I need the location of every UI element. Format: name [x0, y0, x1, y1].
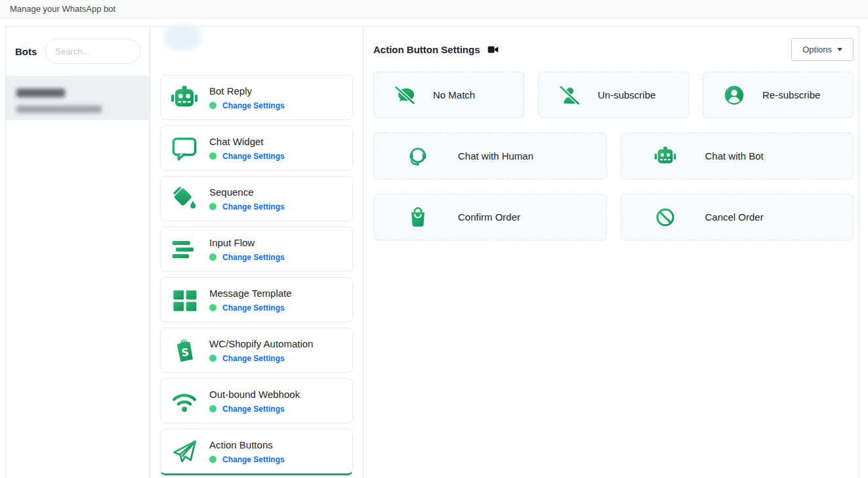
change-settings-link[interactable]: Change Settings [222, 455, 285, 464]
feature-title: Input Flow [209, 237, 285, 248]
feature-body: WC/Shopify Automation Change Settings [209, 338, 313, 363]
video-camera-icon[interactable] [487, 45, 499, 54]
feature-body: Message Template Change Settings [209, 288, 292, 313]
action-label: Un-subscribe [598, 89, 655, 100]
options-button-label: Options [802, 45, 832, 54]
bots-heading: Bots [15, 46, 37, 57]
action-card-un-subscribe[interactable]: Un-subscribe [538, 72, 689, 118]
grid-icon [171, 286, 198, 314]
chevron-down-icon [837, 48, 842, 51]
feature-card-action-buttons[interactable]: Action Buttons Change Settings [160, 429, 353, 475]
fill-drip-icon [171, 185, 198, 213]
feature-link-row: Change Settings [209, 202, 285, 211]
feature-title: WC/Shopify Automation [209, 338, 313, 349]
paper-plane-icon [171, 438, 198, 466]
wifi-icon [171, 387, 198, 415]
feature-card-bot-reply[interactable]: Bot Reply Change Settings [160, 75, 353, 120]
status-dot [209, 203, 217, 210]
status-dot [209, 405, 217, 412]
action-label: Confirm Order [458, 211, 520, 223]
panel-header: Action Button Settings Options [373, 38, 854, 61]
action-row-3: Confirm Order Cancel Order [373, 194, 854, 240]
change-settings-link[interactable]: Change Settings [222, 253, 285, 262]
action-label: Cancel Order [705, 211, 764, 223]
sidebar-header: Bots [6, 27, 150, 76]
status-dot [209, 456, 217, 463]
feature-column: Bot Reply Change Settings Chat Widget Ch… [150, 27, 363, 478]
main-container: Bots Bot Reply Change Settings [5, 26, 859, 478]
circle-user-icon [723, 84, 745, 106]
feature-card-shopify-automation[interactable]: S WC/Shopify Automation Change Settings [160, 328, 353, 373]
change-settings-link[interactable]: Change Settings [222, 101, 285, 110]
robot-icon [171, 84, 198, 112]
change-settings-link[interactable]: Change Settings [222, 354, 285, 363]
comment-slash-icon [394, 84, 416, 106]
action-card-chat-with-human[interactable]: Chat with Human [373, 133, 607, 179]
feature-link-row: Change Settings [209, 455, 285, 464]
change-settings-link[interactable]: Change Settings [222, 404, 285, 414]
bot-list-item-selected[interactable] [6, 76, 150, 120]
change-settings-link[interactable]: Change Settings [222, 303, 285, 313]
feature-title: Sequence [209, 186, 285, 198]
feature-link-row: Change Settings [209, 152, 285, 161]
options-button[interactable]: Options [791, 38, 854, 61]
action-card-cancel-order[interactable]: Cancel Order [621, 194, 854, 240]
feature-card-chat-widget[interactable]: Chat Widget Change Settings [160, 125, 353, 171]
action-card-confirm-order[interactable]: Confirm Order [373, 194, 607, 240]
feature-card-outbound-webhook[interactable]: Out-bound Webhook Change Settings [160, 378, 353, 424]
feature-body: Action Buttons Change Settings [209, 439, 285, 464]
bot-phone-redacted [16, 106, 102, 113]
action-label: Re-subscribe [762, 89, 820, 100]
feature-link-row: Change Settings [209, 101, 285, 110]
feature-title: Bot Reply [209, 85, 285, 97]
change-settings-link[interactable]: Change Settings [222, 152, 285, 161]
feature-title: Chat Widget [209, 136, 285, 147]
topbar: Manage your WhatsApp bot [0, 0, 868, 18]
feature-card-input-flow[interactable]: Input Flow Change Settings [160, 227, 353, 272]
feature-link-row: Change Settings [209, 253, 285, 262]
feature-link-row: Change Settings [209, 303, 292, 313]
feature-body: Input Flow Change Settings [209, 237, 285, 262]
status-dot [209, 152, 217, 160]
action-row-2: Chat with Human Chat with Bot [373, 133, 854, 179]
status-dot [209, 102, 217, 109]
bot-search-input[interactable] [45, 39, 140, 64]
feature-link-row: Change Settings [209, 404, 300, 414]
user-slash-icon [558, 84, 581, 106]
feature-body: Chat Widget Change Settings [209, 136, 285, 161]
status-dot [209, 253, 217, 261]
feature-title: Out-bound Webhook [209, 389, 300, 400]
feature-body: Out-bound Webhook Change Settings [209, 389, 300, 414]
ban-icon [654, 206, 676, 228]
page-title: Manage your WhatsApp bot [10, 4, 115, 14]
headset-icon [407, 145, 429, 167]
feature-card-message-template[interactable]: Message Template Change Settings [160, 277, 353, 322]
action-card-re-subscribe[interactable]: Re-subscribe [703, 72, 854, 118]
blurred-blob [163, 24, 201, 51]
bot-name-redacted [16, 89, 65, 97]
panel-title: Action Button Settings [373, 44, 480, 55]
shopify-icon: S [171, 337, 198, 364]
svg-text:S: S [181, 345, 190, 358]
action-card-no-match[interactable]: No Match [373, 72, 524, 118]
feature-title: Action Buttons [209, 439, 285, 450]
robot-icon [654, 145, 676, 167]
feature-card-sequence[interactable]: Sequence Change Settings [160, 176, 353, 221]
status-dot [209, 355, 217, 362]
feature-body: Sequence Change Settings [209, 186, 285, 211]
action-row-1: No Match Un-subscribe Re-subscribe [373, 72, 854, 118]
feature-body: Bot Reply Change Settings [209, 85, 285, 110]
action-card-chat-with-bot[interactable]: Chat with Bot [621, 133, 854, 179]
chat-bubble-icon [171, 135, 198, 162]
feature-title: Message Template [209, 288, 292, 299]
action-label: Chat with Human [458, 150, 533, 162]
status-dot [209, 304, 217, 311]
bars-icon [171, 236, 198, 263]
action-label: No Match [433, 89, 475, 100]
bots-sidebar: Bots [6, 27, 150, 478]
shopping-bag-icon [407, 206, 429, 228]
feature-link-row: Change Settings [209, 354, 313, 363]
action-label: Chat with Bot [705, 150, 764, 162]
action-button-settings-panel: Action Button Settings Options No Match [363, 27, 859, 478]
change-settings-link[interactable]: Change Settings [222, 202, 285, 211]
